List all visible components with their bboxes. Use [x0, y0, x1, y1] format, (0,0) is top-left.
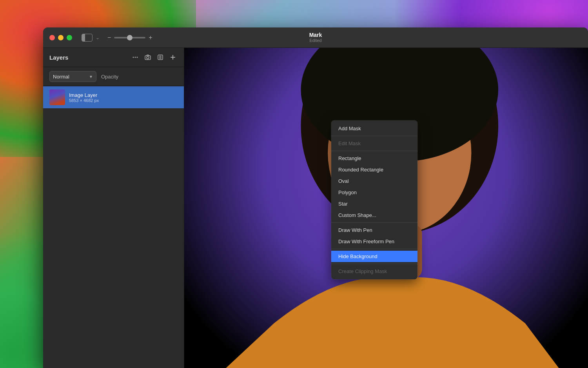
layers-ellipsis-button[interactable] [131, 53, 140, 62]
layers-camera-button[interactable] [143, 53, 152, 62]
menu-item-draw-freeform[interactable]: Draw With Freeform Pen [331, 236, 417, 247]
titlebar-title: Mark Edited [309, 32, 322, 44]
layer-dimensions: 5853 × 4682 px [69, 98, 99, 103]
svg-point-0 [133, 57, 134, 58]
maximize-button[interactable] [67, 35, 72, 40]
window-subtitle: Edited [309, 38, 322, 43]
layers-add-button[interactable] [168, 53, 178, 62]
blend-mode-select[interactable]: Normal ▼ [49, 71, 96, 82]
titlebar-controls: ⌄ [82, 34, 100, 42]
menu-separator-4 [331, 249, 417, 249]
svg-point-2 [137, 57, 138, 58]
menu-separator-5 [331, 264, 417, 264]
blend-mode-value: Normal [53, 74, 69, 80]
layers-sidebar: Layers [43, 48, 184, 368]
titlebar: ⌄ − + Mark Edited [43, 27, 588, 48]
sidebar-toggle-left [82, 34, 85, 41]
menu-item-create-clipping-mask: Create Clipping Mask [331, 266, 417, 277]
menu-item-star[interactable]: Star [331, 198, 417, 210]
zoom-out-button[interactable]: − [107, 34, 111, 41]
menu-separator-1 [331, 136, 417, 136]
zoom-in-button[interactable]: + [149, 34, 152, 41]
zoom-controls: − + [107, 34, 152, 41]
layer-thumb-face [49, 89, 65, 105]
close-button[interactable] [49, 35, 55, 40]
menu-item-hide-background[interactable]: Hide Background [331, 251, 417, 262]
blend-mode-row: Normal ▼ Opacity [43, 67, 184, 86]
traffic-lights [49, 35, 72, 40]
layer-thumbnail [49, 89, 65, 105]
menu-item-polygon[interactable]: Polygon [331, 187, 417, 198]
menu-separator-3 [331, 222, 417, 223]
layer-item[interactable]: Image Layer 5853 × 4682 px [43, 86, 184, 108]
menu-item-rectangle[interactable]: Rectangle [331, 153, 417, 164]
menu-item-rounded-rectangle[interactable]: Rounded Rectangle [331, 164, 417, 175]
main-window: ⌄ − + Mark Edited Layers [43, 27, 588, 368]
menu-separator-2 [331, 151, 417, 151]
svg-point-1 [135, 57, 136, 58]
svg-point-4 [147, 56, 149, 59]
zoom-slider[interactable] [114, 37, 145, 38]
layers-actions [131, 53, 178, 62]
menu-item-draw-with-pen[interactable]: Draw With Pen [331, 224, 417, 236]
menu-item-custom-shape[interactable]: Custom Shape... [331, 210, 417, 221]
layers-title: Layers [49, 54, 68, 61]
sidebar-toggle-button[interactable] [82, 34, 93, 42]
zoom-slider-thumb [127, 35, 132, 40]
layer-info: Image Layer 5853 × 4682 px [69, 92, 99, 103]
context-menu: Add Mask Edit Mask Rectangle Rounded Rec… [331, 120, 417, 279]
menu-item-edit-mask: Edit Mask [331, 138, 417, 149]
canvas-area[interactable]: Add Mask Edit Mask Rectangle Rounded Rec… [184, 48, 588, 368]
minimize-button[interactable] [58, 35, 64, 40]
layer-name: Image Layer [69, 92, 99, 98]
menu-item-oval[interactable]: Oval [331, 175, 417, 187]
sidebar-toggle-right [85, 34, 92, 41]
content-area: Layers [43, 48, 588, 368]
blend-mode-arrow-icon: ▼ [89, 75, 93, 79]
opacity-label: Opacity [101, 74, 118, 80]
window-title: Mark [309, 32, 322, 38]
layers-stack-button[interactable] [156, 53, 165, 62]
layers-header: Layers [43, 48, 184, 67]
menu-item-add-mask[interactable]: Add Mask [331, 123, 417, 134]
titlebar-chevron-icon[interactable]: ⌄ [96, 35, 100, 40]
